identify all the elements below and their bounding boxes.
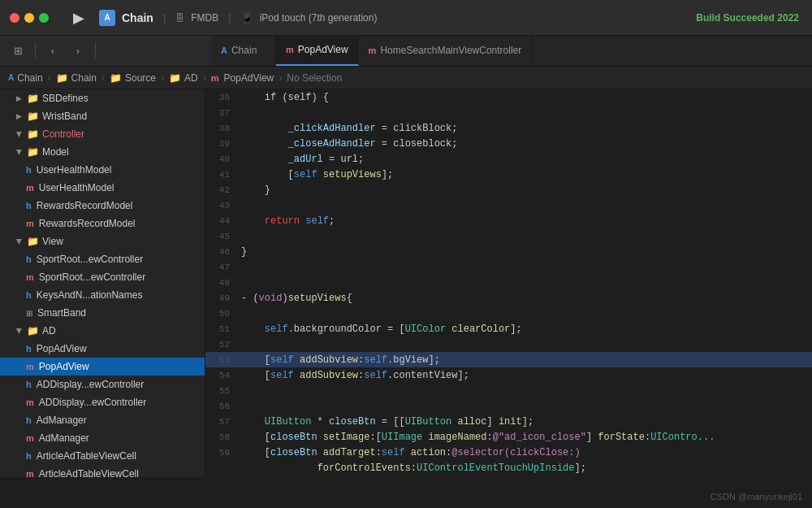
grid-view-button[interactable]: ⊞ — [6, 39, 29, 62]
h-file-icon: h — [26, 201, 32, 211]
line-content: [self setupViews]; — [238, 169, 393, 180]
code-line: 52 — [205, 336, 812, 352]
build-status: Build Succeeded 2022 — [696, 12, 799, 24]
line-number: 46 — [205, 247, 238, 257]
sidebar-item-label: UserHealthModel — [39, 182, 114, 193]
tab-homesearch[interactable]: m HomeSearchMainViewController — [359, 35, 533, 66]
sidebar-item-label: AdManager — [37, 415, 87, 426]
sidebar-item-label: Controller — [42, 128, 84, 140]
tabs-bar: A Chain m PopAdView m HomeSearchMainView… — [211, 36, 812, 67]
sidebar-item-label: AD — [42, 325, 56, 336]
line-content: return self; — [238, 215, 335, 227]
bc-icon-a: A — [8, 73, 14, 82]
separator-icon: | — [163, 11, 166, 24]
sidebar-item-rewardsrecord-h[interactable]: h RewardsRecordModel — [0, 197, 205, 215]
sidebar-item-wristband[interactable]: ▶ 📁 WristBand — [0, 107, 205, 125]
sidebar-item-admanager-h[interactable]: h AdManager — [0, 411, 205, 429]
m-file-icon: m — [26, 397, 34, 407]
sidebar-item-sportroot-m[interactable]: m SportRoot...ewController — [0, 268, 205, 286]
sidebar[interactable]: ▶ 📁 SBDefines ▶ 📁 WristBand ▶ 📁 Controll… — [0, 89, 205, 477]
arrow-open-icon: ▶ — [15, 132, 24, 137]
sidebar-item-rewardsrecord-m[interactable]: m RewardsRecordModel — [0, 215, 205, 232]
sidebar-item-label: RewardsRecordModel — [39, 218, 136, 229]
line-number: 52 — [205, 340, 238, 350]
line-content: self.backgroundColor = [UIColor clearCol… — [238, 323, 522, 335]
sidebar-item-addisplay-h[interactable]: h ADDisplay...ewController — [0, 376, 205, 393]
toolbar-divider2 — [95, 42, 96, 59]
tab-chain-label: Chain — [231, 45, 257, 56]
watermark: CSDN @manyunkeji01 — [710, 492, 802, 501]
sidebar-item-admanager-m[interactable]: m AdManager — [0, 429, 205, 447]
build-result: Succeeded — [723, 12, 775, 24]
tab-popadview[interactable]: m PopAdView — [276, 35, 359, 66]
sidebar-item-label: SmartBand — [37, 307, 86, 319]
line-number: 48 — [205, 278, 238, 288]
sidebar-item-label: KeysAndN...ationNames — [37, 289, 143, 301]
sidebar-item-label: UserHealthModel — [37, 164, 112, 176]
bc-folder-icon2: 📁 — [110, 72, 122, 84]
sidebar-item-articlead-m[interactable]: m ArticleAdTableViewCell — [0, 465, 205, 477]
code-line: 54 [self addSubview:self.contentView]; — [205, 367, 812, 383]
sidebar-item-controller[interactable]: ▶ 📁 Controller — [0, 125, 205, 143]
fullscreen-button[interactable] — [39, 13, 49, 23]
m-file-icon: m — [26, 469, 34, 477]
line-number: 42 — [205, 185, 238, 195]
traffic-lights — [0, 13, 58, 23]
h-file-icon: h — [26, 290, 32, 300]
code-editor[interactable]: 36 if (self) { 37 38 _clickAdHandler = c… — [205, 89, 812, 477]
sidebar-item-label: SBDefines — [42, 93, 89, 104]
tab-popadview-icon: m — [286, 45, 294, 54]
bc-chain2[interactable]: Chain — [71, 72, 97, 84]
close-button[interactable] — [10, 13, 19, 23]
project-info: A Chain | 🗄 FMDB | 📱 iPod touch (7th gen… — [99, 10, 377, 26]
h-file-icon: h — [26, 254, 32, 264]
code-line: 48 — [205, 275, 812, 290]
sidebar-item-userhealthmodel-h[interactable]: h UserHealthModel — [0, 161, 205, 179]
breadcrumb: A Chain › 📁 Chain › 📁 Source › 📁 AD › m … — [0, 67, 812, 89]
bc-source[interactable]: Source — [125, 72, 156, 84]
sidebar-item-userhealthmodel-m[interactable]: m UserHealthModel — [0, 179, 205, 197]
sidebar-item-label: RewardsRecordModel — [37, 200, 133, 211]
tab-chain[interactable]: A Chain — [211, 35, 276, 66]
sidebar-item-popadview-h[interactable]: h PopAdView — [0, 340, 205, 358]
h-file-icon: h — [26, 451, 32, 461]
line-number: 59 — [205, 448, 238, 458]
h-file-icon: h — [26, 415, 32, 425]
line-content: [closeBtn setImage:[UIImage imageNamed:@… — [238, 432, 715, 443]
sidebar-item-smartband[interactable]: ⊞ SmartBand — [0, 304, 205, 322]
sidebar-item-ad[interactable]: ▶ 📁 AD — [0, 322, 205, 340]
sidebar-item-sportroot-h[interactable]: h SportRoot...ewController — [0, 250, 205, 268]
sidebar-item-addisplay-m[interactable]: m ADDisplay...ewController — [0, 393, 205, 411]
bc-sep3: › — [161, 72, 164, 84]
bc-ad[interactable]: AD — [184, 72, 198, 84]
sidebar-item-keysandn-h[interactable]: h KeysAndN...ationNames — [0, 286, 205, 304]
db-label: FMDB — [191, 12, 218, 24]
sidebar-item-label: PopAdView — [39, 361, 89, 372]
bc-folder-icon3: 📁 — [169, 72, 181, 84]
back-button[interactable]: ‹ — [41, 39, 64, 62]
build-year: 2022 — [777, 12, 799, 24]
sidebar-item-view[interactable]: ▶ 📁 View — [0, 232, 205, 250]
code-line: 41 [self setupViews]; — [205, 167, 812, 182]
line-content: _closeAdHandler = closeblock; — [238, 138, 457, 150]
project-icon: A — [99, 10, 115, 26]
minimize-button[interactable] — [24, 13, 34, 23]
m-file-icon: m — [26, 433, 34, 443]
code-line: 60 closeBtn.layer.cornerRadius = kRU(13.… — [205, 475, 812, 477]
sidebar-item-articlead-h[interactable]: h ArticleAdTableViewCell — [0, 447, 205, 465]
code-line: 39 _closeAdHandler = closeblock; — [205, 136, 812, 151]
sidebar-item-sbdefines[interactable]: ▶ 📁 SBDefines — [0, 89, 205, 107]
bc-chain1[interactable]: Chain — [17, 72, 42, 84]
m-file-icon: m — [26, 219, 34, 228]
run-button[interactable]: ▶ — [67, 6, 91, 30]
line-content: - (void)setupViews{ — [238, 293, 352, 304]
sidebar-item-popadview-m[interactable]: m PopAdView — [0, 358, 205, 376]
folder-icon: 📁 — [27, 93, 39, 104]
forward-button[interactable]: › — [67, 39, 89, 62]
bc-popadview[interactable]: PopAdView — [223, 72, 274, 84]
sidebar-item-model[interactable]: ▶ 📁 Model — [0, 143, 205, 161]
line-content: [self addSubview:self.bgView]; — [238, 354, 440, 366]
code-line: 49 - (void)setupViews{ — [205, 290, 812, 306]
code-line: 45 — [205, 228, 812, 244]
title-bar: ▶ A Chain | 🗄 FMDB | 📱 iPod touch (7th g… — [0, 0, 812, 36]
